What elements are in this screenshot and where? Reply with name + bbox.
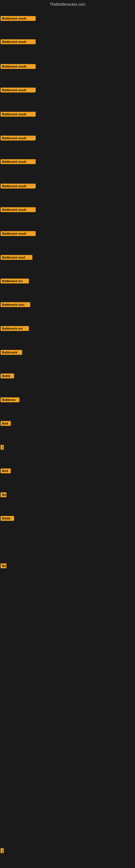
bottleneck-result-badge[interactable]: Bott bbox=[1, 468, 11, 473]
bottleneck-result-row: Bottleneck result bbox=[1, 88, 36, 94]
bottleneck-result-badge[interactable]: Bottleneck res bbox=[1, 326, 29, 331]
bottleneck-result-badge[interactable]: Bottle bbox=[1, 516, 14, 521]
bottleneck-result-badge[interactable]: Bottleneck result bbox=[1, 231, 36, 236]
bottleneck-result-badge[interactable]: Bottleneck result bbox=[1, 64, 36, 69]
bottleneck-result-row: Bottleneck result bbox=[1, 64, 36, 70]
bottleneck-result-badge[interactable]: Bottleneck result bbox=[1, 207, 36, 212]
bottleneck-result-badge[interactable]: Bottleneck resu bbox=[1, 302, 30, 307]
bottleneck-result-badge[interactable]: Bottleneck result bbox=[1, 16, 36, 21]
bottleneck-result-badge[interactable]: Bottleneck res bbox=[1, 279, 29, 283]
bottleneck-result-badge[interactable]: Bottleneck result bbox=[1, 135, 36, 141]
bottleneck-result-row: Bo bbox=[1, 492, 6, 498]
bottleneck-result-badge[interactable]: Bottleneck result bbox=[1, 184, 36, 188]
bottleneck-result-badge[interactable]: Bottleneck result bbox=[1, 159, 36, 164]
bottleneck-result-row: Bottleneck result bbox=[1, 207, 36, 213]
bottleneck-result-badge[interactable]: Bottlenec bbox=[1, 397, 19, 402]
bottleneck-result-row: Bottleneck res bbox=[1, 279, 29, 284]
bottleneck-result-row: Bottleneck result bbox=[1, 184, 36, 190]
bottleneck-result-row: Bottleneck resu bbox=[1, 302, 30, 308]
bottleneck-result-row: Bottleneck res bbox=[1, 326, 29, 332]
bottleneck-result-row: Bottleneck bbox=[1, 350, 22, 356]
bottleneck-result-badge[interactable]: Bo bbox=[1, 492, 6, 497]
bottleneck-result-row: Bottleneck result bbox=[1, 39, 36, 45]
bottleneck-result-row: Bottle bbox=[1, 516, 14, 522]
bottleneck-result-row: Bottleneck result bbox=[1, 231, 36, 237]
bottleneck-result-badge[interactable]: Bottleneck bbox=[1, 350, 22, 355]
bottleneck-result-badge[interactable]: Bottleneck resul bbox=[1, 255, 32, 260]
site-title: TheBottlenecker.com bbox=[0, 0, 135, 9]
bottleneck-result-row: Bottleneck result bbox=[1, 159, 36, 165]
bottleneck-result-row: Bott bbox=[1, 421, 11, 427]
bottleneck-result-row: | bbox=[1, 848, 4, 854]
bottleneck-result-badge[interactable]: Bottleneck result bbox=[1, 39, 36, 44]
bottleneck-result-badge[interactable]: | bbox=[1, 848, 4, 853]
bottleneck-result-badge[interactable]: Bottleneck result bbox=[1, 88, 36, 93]
bottleneck-result-row: Bottleneck result bbox=[1, 135, 36, 142]
bottleneck-result-badge[interactable]: Bottleneck result bbox=[1, 112, 36, 117]
bottleneck-result-row: Bott bbox=[1, 468, 11, 474]
bottleneck-result-badge[interactable]: Bottle bbox=[1, 373, 14, 378]
bottleneck-result-row: Bottlenec bbox=[1, 397, 19, 403]
bottleneck-result-row: Bottleneck resul bbox=[1, 255, 32, 261]
bottleneck-result-row: Bo bbox=[1, 563, 6, 569]
bottleneck-result-row: | bbox=[1, 445, 4, 451]
bottleneck-result-row: Bottleneck result bbox=[1, 16, 36, 22]
bottleneck-result-badge[interactable]: | bbox=[1, 445, 4, 450]
bottleneck-result-row: Bottle bbox=[1, 373, 14, 379]
bottleneck-result-badge[interactable]: Bott bbox=[1, 421, 11, 426]
bottleneck-result-row: Bottleneck result bbox=[1, 112, 36, 118]
bottleneck-result-badge[interactable]: Bo bbox=[1, 563, 6, 568]
